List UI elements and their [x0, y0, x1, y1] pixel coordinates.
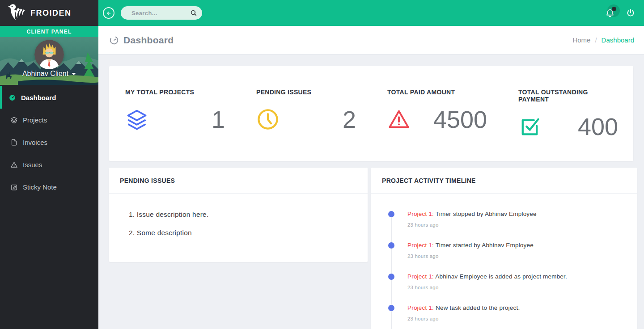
bottom-panels: PENDING ISSUES 1. Issue description here…	[109, 168, 637, 329]
main-area: Dashboard Home / Dashboard MY TOTAL PROJ…	[98, 0, 644, 329]
stat-label: TOTAL OUTSTANDING PAYMENT	[518, 89, 618, 103]
stat-label: MY TOTAL PROJECTS	[125, 89, 225, 96]
timeline-dot-icon	[388, 242, 394, 249]
brand-logo-block[interactable]: FROIDEN	[0, 0, 98, 26]
gauge-icon	[109, 35, 119, 45]
user-avatar[interactable]	[34, 40, 64, 69]
timeline-title: PROJECT ACTIVITY TIMELINE	[371, 168, 637, 194]
content-area: MY TOTAL PROJECTS 1 PENDING ISSUES 2	[98, 55, 644, 329]
project-link[interactable]: Project 1:	[407, 211, 434, 217]
timeline-item: Project 1: Timer started by Abhinav Empl…	[371, 242, 637, 259]
issue-number: 1.	[129, 211, 135, 218]
sidebar-item-sticky-note[interactable]: Sticky Note	[0, 176, 98, 198]
sidebar-item-label: Issues	[23, 161, 42, 169]
stat-value: 1	[212, 107, 225, 131]
brand-name: FROIDEN	[30, 8, 72, 18]
stats-card: MY TOTAL PROJECTS 1 PENDING ISSUES 2	[109, 66, 633, 161]
timeline-dot-icon	[388, 274, 394, 280]
warning-triangle-icon	[10, 161, 18, 169]
notifications-button[interactable]	[605, 8, 615, 18]
issue-list-item: 2. Some description	[129, 229, 357, 237]
timeline-time: 23 hours ago	[407, 285, 637, 290]
search-box	[121, 6, 202, 20]
user-name: Abhinav Client	[22, 70, 68, 77]
issue-number: 2.	[129, 229, 135, 236]
file-icon	[10, 139, 18, 146]
sidebar-item-label: Dashboard	[21, 94, 56, 101]
timeline-time: 23 hours ago	[407, 222, 637, 228]
issue-list-item: 1. Issue description here.	[129, 211, 357, 219]
timeline-dot-icon	[388, 305, 394, 311]
timeline-item: Project 1: Abhinav Employee is added as …	[371, 273, 637, 290]
topbar-actions	[605, 8, 635, 18]
warning-triangle-icon	[387, 108, 411, 131]
timeline-time: 23 hours ago	[407, 253, 637, 259]
power-icon[interactable]	[626, 8, 635, 17]
project-link[interactable]: Project 1:	[407, 273, 434, 280]
timeline-item: Project 1: New task added to the project…	[371, 304, 637, 321]
check-square-icon	[518, 115, 542, 138]
sidebar-item-label: Projects	[23, 116, 47, 124]
timeline-list: Project 1: Timer stopped by Abhinav Empl…	[371, 194, 637, 321]
timeline-time: 23 hours ago	[407, 316, 637, 321]
note-edit-icon	[10, 183, 18, 191]
sidebar-menu: Dashboard Projects Invoices Issues Stick…	[0, 85, 98, 198]
stat-total-outstanding-payment: TOTAL OUTSTANDING PAYMENT 400	[502, 66, 633, 161]
timeline-text: Timer stopped by Abhinav Employee	[436, 211, 537, 217]
search-icon[interactable]	[190, 9, 197, 17]
stat-value: 4500	[433, 107, 487, 131]
stat-pending-issues: PENDING ISSUES 2	[240, 66, 371, 161]
stat-my-total-projects: MY TOTAL PROJECTS 1	[109, 66, 240, 161]
sidebar-item-projects[interactable]: Projects	[0, 109, 98, 131]
clock-icon	[256, 108, 280, 131]
timeline-item: Project 1: Timer stopped by Abhinav Empl…	[371, 211, 637, 228]
page-header: Dashboard Home / Dashboard	[98, 26, 644, 55]
breadcrumb: Home / Dashboard	[572, 36, 634, 44]
issue-text: Some description	[137, 229, 192, 236]
caret-down-icon	[72, 73, 76, 75]
stat-value: 2	[343, 107, 356, 131]
pending-issues-title: PENDING ISSUES	[109, 168, 368, 194]
project-activity-timeline-panel: PROJECT ACTIVITY TIMELINE Project 1: Tim…	[371, 168, 637, 329]
breadcrumb-current[interactable]: Dashboard	[602, 36, 634, 44]
notification-dot-badge	[612, 7, 616, 11]
stat-label: PENDING ISSUES	[256, 89, 356, 96]
sidebar-user-scene: Abhinav Client	[0, 37, 98, 85]
sidebar: FROIDEN CLIENT PANEL	[0, 0, 98, 329]
sidebar-item-invoices[interactable]: Invoices	[0, 131, 98, 153]
page-title: Dashboard	[109, 35, 174, 46]
layers-icon	[125, 108, 148, 131]
sidebar-item-label: Sticky Note	[23, 183, 57, 191]
pending-issues-list: 1. Issue description here. 2. Some descr…	[109, 194, 368, 237]
timeline-text: Abhinav Employee is added as project mem…	[435, 273, 567, 280]
stat-total-paid-amount: TOTAL PAID AMOUNT 4500	[371, 66, 502, 161]
breadcrumb-home-link[interactable]: Home	[572, 36, 590, 44]
bird-icon	[7, 2, 25, 24]
issue-text: Issue description here.	[137, 211, 209, 218]
timeline-dot-icon	[388, 211, 394, 217]
breadcrumb-separator: /	[595, 36, 597, 44]
layers-icon	[10, 116, 18, 124]
pending-issues-panel: PENDING ISSUES 1. Issue description here…	[109, 168, 368, 262]
client-panel-label: CLIENT PANEL	[0, 26, 98, 37]
gauge-icon	[8, 94, 16, 101]
stat-value: 400	[578, 114, 618, 139]
topbar	[98, 0, 644, 26]
arrow-left-icon	[106, 10, 112, 16]
page-title-text: Dashboard	[123, 35, 174, 46]
stat-label: TOTAL PAID AMOUNT	[387, 89, 487, 96]
sidebar-item-dashboard[interactable]: Dashboard	[0, 86, 98, 109]
sidebar-item-issues[interactable]: Issues	[0, 153, 98, 176]
user-name-dropdown[interactable]: Abhinav Client	[0, 70, 98, 78]
timeline-text: Timer started by Abhinav Employee	[436, 242, 534, 249]
timeline-text: New task added to the project.	[436, 304, 520, 311]
sidebar-item-label: Invoices	[23, 139, 47, 146]
project-link[interactable]: Project 1:	[407, 304, 434, 311]
project-link[interactable]: Project 1:	[407, 242, 434, 249]
sidebar-collapse-button[interactable]	[103, 7, 114, 19]
